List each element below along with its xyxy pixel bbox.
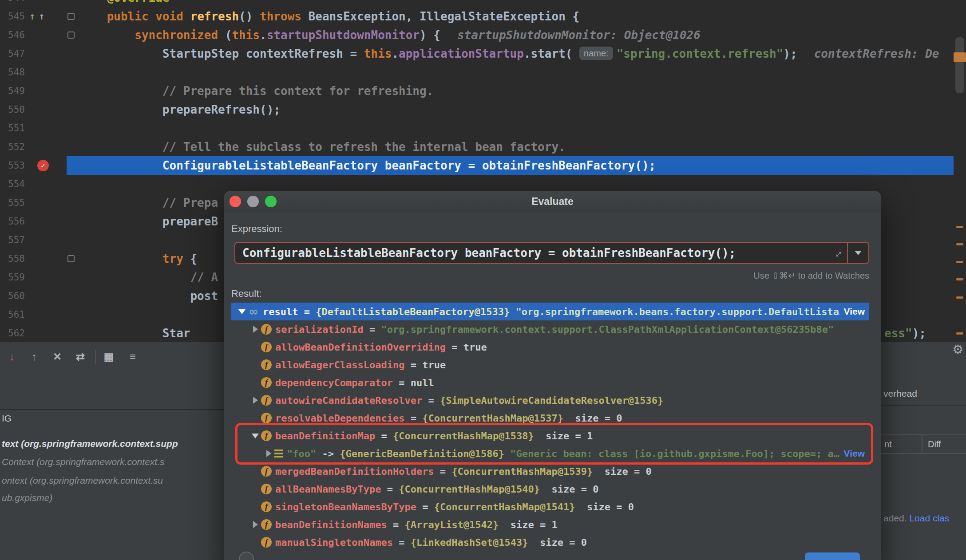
stack-frame[interactable]: ub.gxpisme) [2, 489, 223, 506]
field-icon: f [261, 519, 272, 530]
result-tree-row[interactable]: fallBeanNamesByType = {ConcurrentHashMap… [231, 480, 869, 498]
collapsed-chevron-icon[interactable] [250, 397, 260, 404]
frames-list: text (org.springframework.context.suppCo… [0, 342, 224, 560]
tree-row-text: result = {DefaultListableBeanFactory@153… [263, 306, 839, 317]
fold-marker-icon[interactable] [67, 255, 75, 262]
tree-row-text: dependencyComparator = null [275, 377, 434, 388]
code-line-553[interactable]: 553✓ ConfigurableListableBeanFactory bea… [0, 156, 966, 175]
expand-icon[interactable]: ↔ [827, 247, 847, 259]
line-number: 557 [0, 231, 25, 249]
memory-column-divider [922, 435, 922, 453]
code-line-549[interactable]: 549 // Prepare this context for refreshi… [0, 82, 966, 100]
tree-row-text: allowBeanDefinitionOverriding = true [275, 342, 487, 353]
chevron-down-icon [855, 251, 862, 255]
code-line-548[interactable]: 548 [0, 63, 966, 82]
field-icon: f [261, 324, 272, 335]
field-icon: f [261, 359, 272, 370]
code-line-552[interactable]: 552 // Tell the subclass to refresh the … [0, 138, 966, 156]
fold-marker-icon[interactable] [67, 32, 75, 39]
field-icon: f [261, 395, 272, 406]
expression-main: ConfigurableListableBeanFactory beanFact… [242, 246, 562, 260]
line-number: 552 [0, 138, 25, 156]
breakpoint-verified-icon[interactable]: ✓ [37, 160, 49, 171]
overhead-tab[interactable]: verhead [883, 388, 917, 401]
fold-marker-icon[interactable] [67, 13, 75, 20]
code-line-550[interactable]: 550 prepareRefresh(); [0, 100, 966, 119]
result-value-icon: ∞ [248, 305, 259, 318]
load-classes-link[interactable]: Load clas [909, 513, 949, 523]
watches-hint: Use ⇧⌘↵ to add to Watches [753, 269, 869, 282]
line-number: 561 [0, 305, 25, 324]
result-tree-row[interactable]: fmanualSingletonNames = {LinkedHashSet@1… [231, 533, 869, 551]
stack-frame[interactable]: Context (org.springframework.context.s [2, 454, 223, 470]
field-icon: f [261, 484, 272, 494]
memory-diff-header[interactable]: Diff [928, 436, 941, 452]
result-tree-row[interactable]: ∞result = {DefaultListableBeanFactory@15… [231, 303, 869, 320]
line-number: 559 [0, 268, 25, 287]
line-number: 556 [0, 212, 25, 231]
field-icon: f [261, 377, 272, 388]
inline-hint: contextRefresh: De [814, 47, 939, 60]
line-number: 555 [0, 193, 25, 212]
tree-row-text: mergedBeanDefinitionHolders = {Concurren… [275, 466, 652, 477]
result-tree-row[interactable]: fautowireCandidateResolver = {SimpleAuto… [231, 391, 869, 409]
stripe-mark-icon [956, 296, 963, 299]
dialog-titlebar[interactable]: Evaluate [224, 191, 881, 212]
line-number: 554 [0, 175, 25, 193]
evaluate-button[interactable] [805, 552, 860, 560]
line-number: 558 [0, 249, 25, 268]
line-number: 544 [0, 0, 25, 7]
stripe-mark-icon [956, 243, 963, 245]
result-tree-row[interactable]: fmergedBeanDefinitionHolders = {Concurre… [231, 462, 869, 480]
stack-frame[interactable]: ontext (org.springframework.context.su [2, 472, 223, 489]
line-number: 545 [0, 7, 25, 26]
stripe-mark-icon [956, 278, 963, 280]
code-line-544[interactable]: 544 @Override [0, 0, 966, 7]
tree-row-text: serializationId = "org.springframework.c… [275, 324, 834, 335]
stack-frame[interactable]: text (org.springframework.context.supp [2, 435, 223, 452]
stripe-mark-icon [956, 226, 963, 228]
code-line-546[interactable]: 546 synchronized (this.startupShutdownMo… [0, 26, 966, 44]
line-number: 549 [0, 82, 25, 100]
check-icon: ✓ [41, 156, 45, 175]
code-fragment-line-562: ess"); [884, 324, 926, 342]
result-tree-row[interactable]: fserializationId = "org.springframework.… [231, 320, 869, 338]
code-line-547[interactable]: 547 StartupStep contextRefresh = this.ap… [0, 44, 966, 63]
expression-text[interactable]: ConfigurableListableBeanFactory beanFact… [235, 246, 827, 260]
line-number: 547 [0, 44, 25, 63]
expression-input[interactable]: ConfigurableListableBeanFactory beanFact… [234, 242, 869, 264]
scrollbar-thumb[interactable] [955, 37, 964, 93]
code-line-545[interactable]: 545↑↑ public void refresh() throws Beans… [0, 7, 966, 26]
tree-row-text: manualSingletonNames = {LinkedHashSet@15… [275, 537, 587, 548]
result-tree-row[interactable]: fsingletonBeanNamesByType = {ConcurrentH… [231, 498, 869, 516]
evaluate-dialog: Evaluate Expression: ConfigurableListabl… [224, 191, 881, 560]
code-line-551[interactable]: 551 [0, 119, 966, 138]
overridden-marker-icon[interactable]: ↑ [39, 7, 44, 26]
line-number: 550 [0, 100, 25, 119]
field-icon: f [261, 342, 272, 352]
result-tree-row[interactable]: fdependencyComparator = null [231, 374, 869, 391]
memory-count-header[interactable]: nt [884, 436, 892, 452]
view-link[interactable]: View [839, 306, 865, 317]
line-number: 551 [0, 119, 25, 138]
memory-table-border [881, 453, 966, 454]
line-number: 546 [0, 26, 25, 44]
gear-icon[interactable]: ⚙ [952, 342, 963, 357]
classes-loaded-status: aded. Load clas [883, 512, 949, 525]
result-tree-row[interactable]: fallowEagerClassLoading = true [231, 356, 869, 374]
editor-scrollbar[interactable] [954, 0, 966, 342]
override-marker-icon[interactable]: ↑ [29, 7, 35, 26]
field-icon: f [261, 466, 272, 477]
tree-row-text: autowireCandidateResolver = {SimpleAutow… [275, 395, 663, 406]
result-tree-row[interactable]: fbeanDefinitionNames = {ArrayList@1542} … [231, 516, 869, 533]
tree-row-text: beanDefinitionNames = {ArrayList@1542} s… [275, 519, 558, 530]
collapsed-chevron-icon[interactable] [250, 326, 260, 333]
collapsed-chevron-icon[interactable] [250, 521, 260, 528]
tree-row-text: singletonBeanNamesByType = {ConcurrentHa… [275, 501, 634, 513]
expanded-chevron-icon[interactable] [237, 309, 247, 314]
result-tree-row[interactable]: fallowBeanDefinitionOverriding = true [231, 338, 869, 356]
field-icon: f [261, 413, 272, 423]
expression-history-dropdown[interactable] [847, 243, 868, 263]
tree-row-text: resolvableDependencies = {ConcurrentHash… [275, 413, 622, 424]
tree-row-text: allBeanNamesByType = {ConcurrentHashMap@… [275, 484, 599, 495]
